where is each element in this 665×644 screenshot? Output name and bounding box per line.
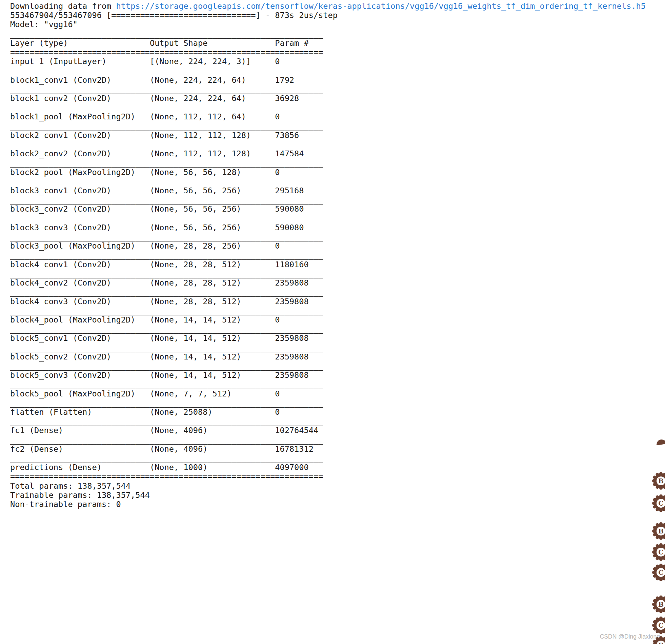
seal-glyph: B bbox=[658, 601, 664, 608]
row-rule: ________________________________________… bbox=[10, 288, 665, 297]
row-rule: ________________________________________… bbox=[10, 362, 665, 371]
table-row: block5_conv2 (Conv2D) (None, 14, 14, 512… bbox=[10, 352, 665, 362]
totals-line: Total params: 138,357,544 bbox=[10, 482, 665, 491]
download-url-link[interactable]: https://storage.googleapis.com/tensorflo… bbox=[116, 1, 646, 11]
model-name-line: Model: "vgg16" bbox=[10, 20, 665, 29]
table-row: block2_conv2 (Conv2D) (None, 112, 112, 1… bbox=[10, 149, 665, 159]
download-prefix: Downloading data from bbox=[10, 1, 116, 11]
row-rule: ________________________________________… bbox=[10, 66, 665, 75]
row-rule: ________________________________________… bbox=[10, 195, 665, 204]
table-header: Layer (type) Output Shape Param # bbox=[10, 39, 665, 48]
terminal-screen: Downloading data from https://storage.go… bbox=[0, 0, 665, 509]
totals-line: Trainable params: 138,357,544 bbox=[10, 491, 665, 500]
row-rule: ________________________________________… bbox=[10, 417, 665, 426]
row-rule: ________________________________________… bbox=[10, 85, 665, 94]
table-row: block4_pool (MaxPooling2D) (None, 14, 14… bbox=[10, 315, 665, 325]
table-top-rule: ________________________________________… bbox=[10, 30, 665, 39]
seal-glyph: C bbox=[658, 622, 663, 629]
table-row: flatten (Flatten) (None, 25088) 0 bbox=[10, 408, 665, 417]
row-rule: ________________________________________… bbox=[10, 325, 665, 334]
seal-icon: C bbox=[651, 563, 665, 582]
table-row: block3_conv2 (Conv2D) (None, 56, 56, 256… bbox=[10, 204, 665, 214]
table-row: block5_conv1 (Conv2D) (None, 14, 14, 512… bbox=[10, 334, 665, 343]
table-row: block3_pool (MaxPooling2D) (None, 28, 28… bbox=[10, 241, 665, 251]
table-bottom-rule: ========================================… bbox=[10, 472, 665, 481]
row-rule: ________________________________________… bbox=[10, 251, 665, 260]
row-rule: ________________________________________… bbox=[10, 399, 665, 408]
table-header-rule: ========================================… bbox=[10, 48, 665, 57]
table-row: block5_pool (MaxPooling2D) (None, 7, 7, … bbox=[10, 389, 665, 399]
console-output: Downloading data from https://storage.go… bbox=[0, 0, 665, 509]
seal-icon: C bbox=[651, 616, 665, 635]
table-row: predictions (Dense) (None, 1000) 4097000 bbox=[10, 463, 665, 472]
table-row: block1_conv2 (Conv2D) (None, 224, 224, 6… bbox=[10, 94, 665, 103]
row-rule: ________________________________________… bbox=[10, 436, 665, 445]
table-row: block4_conv1 (Conv2D) (None, 28, 28, 512… bbox=[10, 260, 665, 269]
table-row: block4_conv3 (Conv2D) (None, 28, 28, 512… bbox=[10, 297, 665, 306]
table-row: block2_pool (MaxPooling2D) (None, 56, 56… bbox=[10, 168, 665, 177]
seal-icon: C bbox=[651, 542, 665, 562]
table-row: block2_conv1 (Conv2D) (None, 112, 112, 1… bbox=[10, 131, 665, 140]
progress-line: 553467904/553467096 [===================… bbox=[10, 11, 665, 20]
table-row: block3_conv1 (Conv2D) (None, 56, 56, 256… bbox=[10, 186, 665, 195]
seal-icon: B bbox=[651, 521, 665, 540]
table-row: block1_pool (MaxPooling2D) (None, 112, 1… bbox=[10, 112, 665, 122]
seal-icon: B bbox=[651, 595, 665, 614]
row-rule: ________________________________________… bbox=[10, 343, 665, 352]
table-row: fc1 (Dense) (None, 4096) 102764544 bbox=[10, 426, 665, 435]
row-rule: ________________________________________… bbox=[10, 454, 665, 463]
model-summary-table: ________________________________________… bbox=[10, 30, 665, 509]
row-rule: ________________________________________… bbox=[10, 177, 665, 186]
seal-glyph: C bbox=[658, 548, 663, 556]
row-rule: ________________________________________… bbox=[10, 380, 665, 389]
download-line: Downloading data from https://storage.go… bbox=[10, 2, 665, 11]
row-rule: ________________________________________… bbox=[10, 214, 665, 223]
table-row: block1_conv1 (Conv2D) (None, 224, 224, 6… bbox=[10, 76, 665, 85]
row-rule: ________________________________________… bbox=[10, 269, 665, 278]
seal-glyph: C bbox=[658, 569, 663, 576]
table-row: block5_conv3 (Conv2D) (None, 14, 14, 512… bbox=[10, 371, 665, 380]
row-rule: ________________________________________… bbox=[10, 140, 665, 149]
table-row: fc2 (Dense) (None, 4096) 16781312 bbox=[10, 445, 665, 454]
row-rule: ________________________________________… bbox=[10, 103, 665, 112]
totals-line: Non-trainable params: 0 bbox=[10, 500, 665, 509]
row-rule: ________________________________________… bbox=[10, 232, 665, 241]
seal-glyph: B bbox=[658, 527, 664, 535]
table-row: block4_conv2 (Conv2D) (None, 28, 28, 512… bbox=[10, 278, 665, 288]
row-rule: ________________________________________… bbox=[10, 306, 665, 315]
row-rule: ________________________________________… bbox=[10, 159, 665, 167]
seal-glyph: B bbox=[658, 641, 664, 644]
row-rule: ________________________________________… bbox=[10, 122, 665, 131]
table-row: block3_conv3 (Conv2D) (None, 56, 56, 256… bbox=[10, 223, 665, 232]
table-row: input_1 (InputLayer) [(None, 224, 224, 3… bbox=[10, 57, 665, 66]
csdn-watermark: CSDN @Ding Jiaxiong bbox=[600, 633, 660, 640]
